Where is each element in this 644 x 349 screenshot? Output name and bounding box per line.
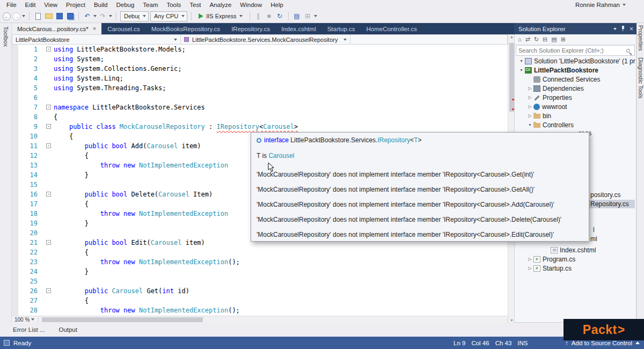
menu-edit[interactable]: Edit	[21, 1, 40, 9]
tree-item-dependencies[interactable]: ▷Dependencies	[515, 84, 636, 93]
collapse-region-icon[interactable]: -	[46, 143, 51, 148]
breakpoint-margin[interactable]	[12, 122, 18, 132]
tree-item-fragment[interactable]: pository.cs	[590, 191, 620, 199]
breakpoint-margin[interactable]	[12, 161, 18, 170]
properties-tab[interactable]: Properties	[638, 25, 644, 51]
collapse-region-icon[interactable]: -	[46, 47, 51, 52]
member-dropdown[interactable]	[350, 35, 507, 44]
find-in-files-icon[interactable]: ▤	[292, 12, 302, 21]
home-icon[interactable]: ⌂	[518, 37, 522, 42]
solution-configuration-combo[interactable]: Debug	[120, 11, 149, 21]
expander-collapsed-icon[interactable]: ▷	[526, 266, 533, 271]
code-text[interactable]: using System;	[54, 54, 508, 64]
code-text[interactable]: public Carousel Get(int id)	[54, 286, 508, 296]
navigation-history-caret-icon[interactable]	[22, 15, 25, 17]
code-text[interactable]: using System.Collections.Generic;	[54, 64, 508, 74]
tree-item-connected-services[interactable]: Connected Services	[515, 75, 636, 84]
tree-item-program-cs[interactable]: ▷Program.cs	[515, 255, 636, 264]
undo-caret-icon[interactable]	[93, 15, 97, 17]
breakpoint-margin[interactable]	[12, 228, 18, 238]
tab-mockcarous-pository-cs[interactable]: MockCarous...pository.cs*×	[12, 23, 101, 34]
expander-expanded-icon[interactable]: ▾	[518, 59, 525, 63]
refresh-icon[interactable]: ↻	[534, 37, 539, 42]
expander-collapsed-icon[interactable]: ▷	[526, 113, 533, 118]
breakpoint-margin[interactable]	[12, 296, 18, 306]
show-all-files-icon[interactable]: ▤	[551, 37, 557, 42]
code-text[interactable]: using System.Linq;	[54, 74, 508, 83]
signed-in-user[interactable]: Ronnie Rahman	[575, 2, 620, 8]
breakpoint-margin[interactable]	[12, 209, 18, 219]
breakpoint-margin[interactable]	[12, 238, 18, 248]
break-all-icon[interactable]: ∥	[254, 12, 263, 21]
collapse-region-icon[interactable]: -	[46, 105, 51, 110]
code-text[interactable]	[54, 277, 508, 286]
editor-zoom-control[interactable]: 100 %	[12, 316, 39, 323]
solution-explorer-search[interactable]	[516, 45, 635, 56]
panel-tab-output[interactable]: Output	[58, 326, 77, 333]
tree-item-bin[interactable]: ▷bin	[515, 111, 636, 120]
redo-icon[interactable]: ↷	[98, 12, 107, 21]
line-indicator[interactable]: Ln 9	[453, 340, 465, 346]
close-icon[interactable]: ×	[630, 26, 633, 32]
collapse-region-icon[interactable]: -	[46, 124, 51, 129]
search-input[interactable]	[516, 47, 626, 54]
collapse-region-icon[interactable]: -	[46, 288, 51, 293]
comment-icon[interactable]: ⊞	[303, 12, 312, 21]
code-text[interactable]: {	[54, 296, 508, 306]
toolbar-options-caret-icon[interactable]	[314, 15, 317, 17]
breakpoint-margin[interactable]	[12, 219, 18, 228]
scrollbar-thumb[interactable]	[42, 317, 203, 322]
tab-carousel-cs[interactable]: Carousel.cs	[102, 23, 145, 34]
code-text[interactable]: public class MockCarouselRepository : IR…	[54, 122, 508, 132]
expander-expanded-icon[interactable]: ▾	[518, 68, 525, 72]
expander-collapsed-icon[interactable]: ▷	[526, 95, 533, 100]
menu-team[interactable]: Team	[138, 1, 162, 9]
breakpoint-margin[interactable]	[12, 151, 18, 161]
solution-explorer-header[interactable]: Solution Explorer ×	[514, 23, 636, 34]
solution-platform-combo[interactable]: Any CPU	[150, 11, 187, 21]
panel-tab-error-list[interactable]: Error List ...	[13, 326, 45, 333]
expander-expanded-icon[interactable]: ▾	[526, 122, 533, 127]
menu-view[interactable]: View	[40, 1, 62, 9]
close-icon[interactable]: ×	[93, 26, 96, 32]
expander-collapsed-icon[interactable]: ▷	[526, 104, 533, 109]
project-dropdown[interactable]: LittlePacktBookstore	[12, 35, 181, 44]
properties-icon[interactable]: ⊞	[561, 37, 566, 42]
breakpoint-margin[interactable]	[12, 248, 18, 257]
breakpoint-margin[interactable]	[12, 64, 18, 74]
collapse-region-icon[interactable]: -	[46, 192, 51, 197]
navigate-backward-icon[interactable]: ←	[3, 12, 11, 20]
toolbox-tab[interactable]: Toolbox	[3, 26, 9, 47]
tab-startup-cs[interactable]: Startup.cs	[322, 23, 361, 34]
menu-build[interactable]: Build	[90, 1, 112, 9]
menu-help[interactable]: Help	[266, 1, 288, 9]
tree-item-index-cshtml[interactable]: Index.cshtml	[515, 245, 636, 255]
breakpoint-margin[interactable]	[12, 306, 18, 315]
code-text[interactable]: {	[54, 112, 508, 122]
tab-mockbooksrepository-cs[interactable]: MockBooksRepository.cs	[146, 23, 225, 34]
insert-mode-indicator[interactable]: INS	[517, 340, 528, 346]
breakpoint-margin[interactable]	[12, 190, 18, 199]
undo-icon[interactable]: ↶	[83, 12, 92, 21]
editor-horizontal-scrollbar[interactable]: 100 %	[12, 316, 508, 323]
breakpoint-margin[interactable]	[12, 141, 18, 151]
menu-file[interactable]: File	[2, 1, 21, 9]
breakpoint-margin[interactable]	[12, 83, 18, 93]
menu-analyze[interactable]: Analyze	[205, 1, 236, 9]
breakpoint-margin[interactable]	[12, 180, 18, 190]
tree-item-littlepacktbookstore[interactable]: ▾LittlePacktBookstore	[515, 66, 636, 75]
sync-with-active-document-icon[interactable]: ⇄	[525, 37, 530, 42]
tree-item-fragment[interactable]: ml	[590, 235, 597, 243]
breakpoint-margin[interactable]	[12, 93, 18, 103]
tree-item-startup-cs[interactable]: ▷Startup.cs	[515, 264, 636, 273]
stop-debugging-icon[interactable]: ■	[265, 12, 274, 21]
tree-item-solution-littlepacktbookstore-1-pr[interactable]: ▾Solution 'LittlePacktBookstore' (1 pr	[515, 56, 636, 66]
breakpoint-margin[interactable]	[12, 170, 18, 180]
scrollbar-thumb[interactable]	[509, 43, 514, 112]
character-indicator[interactable]: Ch 43	[495, 340, 512, 346]
code-text[interactable]: throw new NotImplementedException();	[54, 306, 508, 315]
breakpoint-margin[interactable]	[12, 286, 18, 296]
expander-collapsed-icon[interactable]: ▷	[526, 86, 533, 91]
breakpoint-margin[interactable]	[12, 267, 18, 277]
code-text[interactable]: using LittlePacktBookstore.Models;	[54, 45, 508, 54]
